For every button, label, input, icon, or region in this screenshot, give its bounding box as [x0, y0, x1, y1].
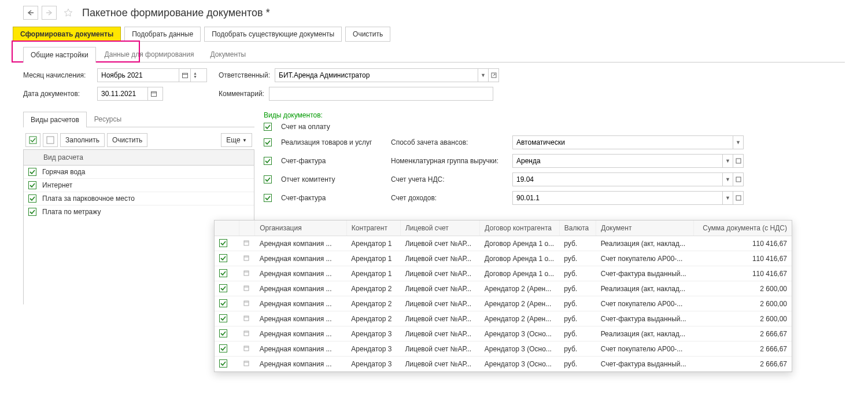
table-row[interactable]: Арендная компания ... Арендатор 1 Лицево…: [215, 251, 792, 266]
checkbox-facture2[interactable]: [264, 194, 272, 202]
favorite-star-icon[interactable]: [62, 7, 74, 19]
cell-org: Арендная компания ...: [255, 281, 347, 296]
fill-button[interactable]: Заполнить: [60, 133, 105, 147]
cell-currency: руб.: [559, 236, 596, 251]
checkbox-facture1[interactable]: [264, 157, 272, 165]
cell-currency: руб.: [559, 281, 596, 296]
open-icon[interactable]: [733, 155, 743, 167]
docdate-input[interactable]: [98, 87, 147, 100]
cell-kontr: Арендатор 2: [346, 296, 400, 305]
col-header-doc[interactable]: Документ: [596, 221, 694, 236]
cell-org: Арендная компания ...: [255, 296, 347, 305]
col-header-account[interactable]: Лицевой счет: [400, 221, 479, 236]
cell-sum: 2 600,00: [694, 296, 792, 305]
doc-type-facture1: Счет-фактура: [281, 157, 326, 165]
checkbox-calc-type[interactable]: [28, 208, 36, 216]
dropdown-icon[interactable]: ▼: [478, 69, 488, 82]
offset-input[interactable]: [513, 136, 733, 149]
checkbox-row[interactable]: [219, 284, 227, 292]
selector-icon[interactable]: [239, 266, 254, 281]
doc-type-invoice: Счет на оплату: [281, 123, 330, 131]
tab-data[interactable]: Данные для формирования: [97, 46, 202, 62]
open-icon[interactable]: [488, 69, 498, 82]
back-button[interactable]: [23, 6, 38, 20]
table-row[interactable]: Арендная компания ... Арендатор 2 Лицево…: [215, 296, 792, 305]
clear-types-button[interactable]: Очистить: [107, 133, 147, 147]
col-header-kontr[interactable]: Контрагент: [346, 221, 400, 236]
cell-sum: 110 416,67: [694, 236, 792, 251]
selector-icon[interactable]: [239, 281, 254, 296]
cell-kontr: Арендатор 1: [346, 251, 400, 266]
doc-type-facture2: Счет-фактура: [281, 194, 326, 202]
checkbox-row[interactable]: [219, 269, 227, 277]
checkbox-calc-type[interactable]: [28, 181, 36, 189]
checkbox-calc-type[interactable]: [28, 194, 36, 203]
calc-type-row[interactable]: Плата за парковочное место: [24, 192, 254, 205]
vat-label: Счет учета НДС:: [391, 175, 512, 183]
comment-input[interactable]: [269, 87, 493, 100]
dropdown-icon[interactable]: ▼: [722, 155, 733, 167]
cell-sum: 110 416,67: [694, 266, 792, 281]
open-icon[interactable]: [733, 173, 743, 186]
dropdown-icon[interactable]: ▼: [722, 173, 733, 186]
responsible-input[interactable]: [275, 69, 478, 82]
select-all-button[interactable]: [25, 133, 40, 147]
calendar-icon[interactable]: [179, 69, 190, 82]
calendar-icon[interactable]: [147, 87, 159, 100]
checkbox-comitent[interactable]: [264, 175, 272, 183]
dropdown-icon[interactable]: ▼: [733, 136, 743, 149]
selector-icon[interactable]: [239, 296, 254, 305]
svg-rect-5: [151, 92, 156, 97]
pick-data-button[interactable]: Подобрать данные: [124, 27, 201, 42]
calc-type-label: Плата за парковочное место: [42, 194, 135, 203]
pick-existing-button[interactable]: Подобрать существующие документы: [204, 27, 342, 42]
month-input[interactable]: [98, 69, 179, 82]
cell-doc: Счет-фактура выданный...: [596, 266, 694, 281]
cell-account: Лицевой счет №АР...: [400, 296, 479, 305]
month-label: Месяц начисления:: [23, 71, 93, 79]
calc-type-row[interactable]: Горячая вода: [24, 166, 254, 179]
selector-icon[interactable]: [239, 236, 254, 251]
subtab-calc-types[interactable]: Виды расчетов: [23, 112, 87, 127]
cell-contract: Арендатор 2 (Арен...: [480, 296, 559, 305]
deselect-all-button[interactable]: [43, 133, 58, 147]
subtab-resources[interactable]: Ресурсы: [87, 111, 129, 127]
income-input[interactable]: [513, 192, 722, 204]
table-row[interactable]: Арендная компания ... Арендатор 2 Лицево…: [215, 281, 792, 296]
checkbox-row[interactable]: [219, 254, 227, 262]
calc-type-row[interactable]: Плата по метражу: [24, 205, 254, 218]
col-header-currency[interactable]: Валюта: [559, 221, 596, 236]
checkbox-row[interactable]: [219, 239, 227, 247]
table-row[interactable]: Арендная компания ... Арендатор 1 Лицево…: [215, 236, 792, 251]
table-row[interactable]: Арендная компания ... Арендатор 1 Лицево…: [215, 266, 792, 281]
col-header-contract[interactable]: Договор контрагента: [480, 221, 559, 236]
comment-label: Комментарий:: [219, 90, 264, 98]
forward-button[interactable]: [42, 6, 57, 20]
cell-account: Лицевой счет №АР...: [400, 281, 479, 296]
cell-contract: Договор Аренда 1 о...: [480, 266, 559, 281]
calc-type-row[interactable]: Интернет: [24, 179, 254, 192]
svg-rect-8: [47, 137, 54, 144]
tab-documents[interactable]: Документы: [202, 46, 253, 62]
group-input[interactable]: [513, 155, 722, 167]
dropdown-icon[interactable]: ▼: [722, 192, 733, 204]
form-documents-button[interactable]: Сформировать документы: [13, 27, 121, 42]
cell-contract: Договор Аренда 1 о...: [480, 251, 559, 266]
page-title: Пакетное формирование документов *: [82, 7, 270, 19]
col-header-org[interactable]: Организация: [255, 221, 347, 236]
col-header-sum[interactable]: Сумма документа (с НДС): [694, 221, 792, 236]
more-button[interactable]: Еще ▼: [221, 133, 252, 147]
checkbox-sale[interactable]: [264, 138, 272, 146]
open-icon[interactable]: [733, 192, 743, 204]
checkbox-calc-type[interactable]: [28, 168, 36, 176]
svg-rect-9: [736, 159, 741, 163]
tab-common-settings[interactable]: Общие настройки: [23, 47, 96, 63]
doc-type-sale: Реализация товаров и услуг: [281, 138, 372, 146]
stepper-icon[interactable]: ▲▼: [190, 69, 200, 82]
clear-button[interactable]: Очистить: [345, 27, 390, 42]
vat-input[interactable]: [513, 173, 722, 186]
calc-type-label: Горячая вода: [42, 168, 86, 176]
checkbox-row[interactable]: [219, 299, 227, 304]
selector-icon[interactable]: [239, 251, 254, 266]
checkbox-invoice[interactable]: [264, 123, 272, 131]
